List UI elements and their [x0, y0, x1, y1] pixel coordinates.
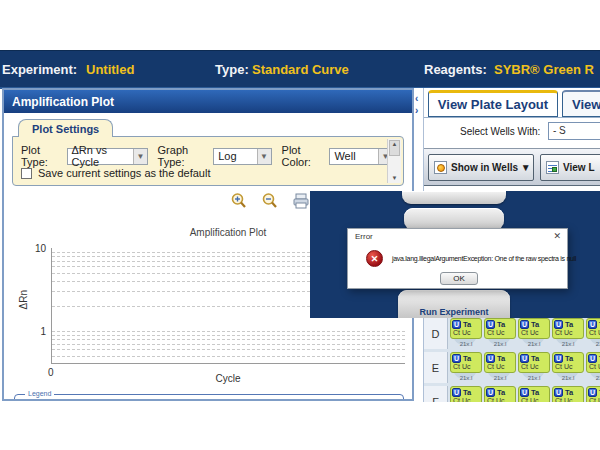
- collapse-left-icon[interactable]: ‹: [415, 94, 418, 103]
- well-line2: Ct Uc: [520, 329, 549, 336]
- well-box: UTaCt Uc: [586, 386, 600, 402]
- well-target: Ta: [463, 320, 471, 329]
- y-tick-1: 1: [28, 326, 46, 337]
- well-line2: Ct Uc: [588, 397, 600, 402]
- plot-type-label: Plot Type:: [21, 144, 64, 168]
- plate-well[interactable]: UTaCt Uc21x.l: [586, 352, 600, 381]
- well-target: Ta: [497, 320, 505, 329]
- plate-well[interactable]: UTaCt Uc21x.l: [552, 318, 584, 347]
- plate-well[interactable]: UTaCt Uc21x.l: [450, 386, 482, 402]
- plate-well[interactable]: UTaCt Uc21x.l: [518, 386, 550, 402]
- well-target: Ta: [497, 388, 505, 397]
- plate-well[interactable]: UTaCt Uc21x.l: [450, 318, 482, 347]
- well-target: Ta: [565, 388, 573, 397]
- well-line2: Ct Uc: [452, 363, 481, 370]
- well-line2: Ct Uc: [452, 397, 481, 402]
- unknown-sample-icon: U: [486, 354, 495, 363]
- view-legend-button[interactable]: View L: [540, 154, 600, 181]
- well-box: UTaCt Uc: [518, 318, 550, 339]
- run-experiment-button[interactable]: Run Experiment: [398, 290, 510, 318]
- plate-well[interactable]: UTaCt Uc21x.l: [586, 318, 600, 347]
- zoom-in-icon[interactable]: [230, 192, 248, 210]
- plate-well[interactable]: UTaCt Uc21x.l: [484, 386, 516, 402]
- well-line3: 21x.l: [552, 341, 584, 347]
- well-line2: Ct Uc: [520, 363, 549, 370]
- well-box: UTaCt Uc: [484, 318, 516, 339]
- plot-type-select[interactable]: ΔRn vs Cycle ▼: [67, 148, 148, 165]
- well-line3: 21x.l: [484, 341, 516, 347]
- experiment-header-bar: Experiment: Untitled Type: Standard Curv…: [0, 50, 600, 89]
- save-default-checkbox[interactable]: [21, 168, 32, 179]
- well-target: Ta: [531, 320, 539, 329]
- error-dialog: Error ✕ ✕ java.lang.IllegalArgumentExcep…: [347, 228, 568, 289]
- ok-button[interactable]: OK: [440, 272, 478, 285]
- unknown-sample-icon: U: [452, 354, 461, 363]
- chevron-down-icon: ▼: [133, 149, 146, 164]
- plate-well[interactable]: UTaCt Uc21x.l: [518, 352, 550, 381]
- well-line3: 21x.l: [518, 341, 550, 347]
- well-line3: 21x.l: [586, 375, 600, 381]
- reagents-label: Reagents:: [424, 62, 487, 77]
- plate-well[interactable]: UTaCt Uc21x.l: [484, 318, 516, 347]
- graph-type-label: Graph Type:: [158, 144, 211, 168]
- tab-plot-settings[interactable]: Plot Settings: [18, 119, 113, 137]
- legend-label: Legend: [25, 390, 54, 397]
- well-box: UTaCt Uc: [586, 318, 600, 339]
- plate-toolbar: Show in Wells ▼ View L: [424, 148, 600, 186]
- show-in-wells-button[interactable]: Show in Wells ▼: [428, 154, 534, 181]
- error-message: java.lang.IllegalArgumentException: One …: [392, 255, 576, 262]
- plate-well[interactable]: UTaCt Uc21x.l: [518, 318, 550, 347]
- well-target: Ta: [565, 320, 573, 329]
- well-target: Ta: [463, 388, 471, 397]
- unknown-sample-icon: U: [486, 320, 495, 329]
- well-box: UTaCt Uc: [552, 318, 584, 339]
- tab-view-plate-layout[interactable]: View Plate Layout: [428, 90, 558, 117]
- gridline: [52, 356, 405, 357]
- well-line2: Ct Uc: [554, 363, 583, 370]
- well-box: UTaCt Uc: [484, 352, 516, 373]
- zoom-out-icon[interactable]: [261, 192, 279, 210]
- background-button[interactable]: [402, 191, 506, 204]
- plot-color-label: Plot Color:: [282, 144, 327, 168]
- background-button[interactable]: [404, 208, 504, 230]
- well-box: UTaCt Uc: [484, 386, 516, 402]
- unknown-sample-icon: U: [588, 354, 597, 363]
- gridline: [52, 339, 405, 340]
- gridline: [52, 344, 405, 345]
- panel-title: Amplification Plot: [4, 90, 412, 113]
- plate-well[interactable]: UTaCt Uc21x.l: [586, 386, 600, 402]
- well-box: UTaCt Uc: [518, 386, 550, 402]
- unknown-sample-icon: U: [554, 388, 563, 397]
- unknown-sample-icon: U: [588, 388, 597, 397]
- well-target: Ta: [565, 354, 573, 363]
- well-box: UTaCt Uc: [552, 352, 584, 373]
- type-value: Standard Curve: [252, 62, 349, 77]
- plate-well[interactable]: UTaCt Uc21x.l: [552, 352, 584, 381]
- scroll-down-icon[interactable]: ▼: [388, 175, 401, 181]
- select-wells-dropdown[interactable]: - S: [548, 122, 600, 140]
- expand-right-icon[interactable]: ›: [415, 106, 418, 115]
- unknown-sample-icon: U: [452, 388, 461, 397]
- settings-scrollbar[interactable]: ▲ ▼: [387, 139, 401, 183]
- well-box: UTaCt Uc: [450, 318, 482, 339]
- plate-row-label: F: [424, 386, 448, 402]
- well-line3: 21x.l: [552, 375, 584, 381]
- close-icon[interactable]: ✕: [553, 231, 561, 241]
- graph-type-select[interactable]: Log ▼: [213, 148, 271, 165]
- print-icon[interactable]: [292, 192, 310, 210]
- tab-view-well-table[interactable]: View: [562, 90, 600, 117]
- app-screen: Experiment: Untitled Type: Standard Curv…: [0, 0, 600, 450]
- well-line3: 21x.l: [450, 375, 482, 381]
- plot-color-select[interactable]: Well ▼: [329, 148, 393, 165]
- unknown-sample-icon: U: [520, 320, 529, 329]
- view-table-icon: [546, 161, 559, 174]
- gridline: [52, 349, 405, 350]
- plate-well[interactable]: UTaCt Uc21x.l: [484, 352, 516, 381]
- well-line2: Ct Uc: [554, 329, 583, 336]
- save-default-label: Save current settings as the default: [38, 167, 210, 179]
- well-line2: Ct Uc: [486, 363, 515, 370]
- unknown-sample-icon: U: [520, 388, 529, 397]
- scroll-up-icon[interactable]: ▲: [388, 141, 401, 147]
- plate-well[interactable]: UTaCt Uc21x.l: [552, 386, 584, 402]
- plate-well[interactable]: UTaCt Uc21x.l: [450, 352, 482, 381]
